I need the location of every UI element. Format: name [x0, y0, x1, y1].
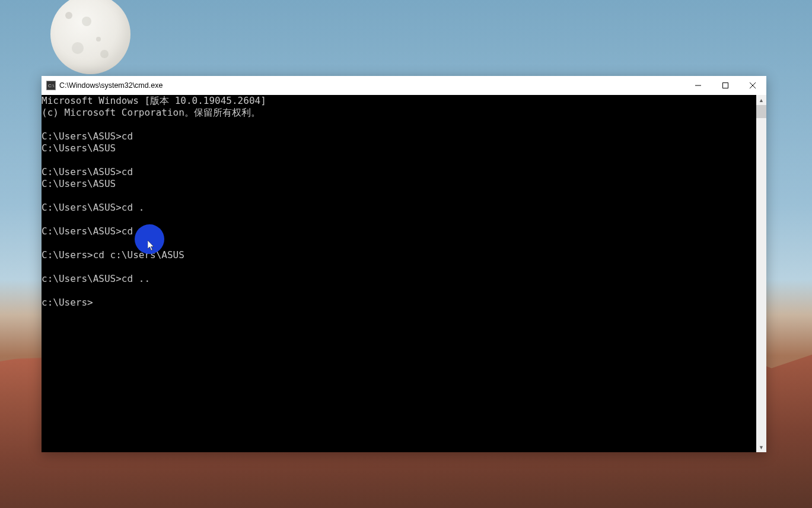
terminal-body: Microsoft Windows [版本 10.0.19045.2604] (…: [42, 95, 766, 452]
cmd-window: C:\ C:\Windows\system32\cmd.exe Microsof…: [42, 76, 766, 452]
close-button[interactable]: [739, 76, 766, 95]
window-controls: [684, 76, 766, 95]
scroll-up-arrow-icon[interactable]: ▲: [756, 95, 766, 105]
cursor-highlight: [135, 224, 164, 254]
vertical-scrollbar[interactable]: ▲ ▼: [756, 95, 766, 452]
maximize-button[interactable]: [712, 76, 739, 95]
titlebar[interactable]: C:\ C:\Windows\system32\cmd.exe: [42, 76, 766, 95]
desktop-moon: [50, 0, 130, 74]
terminal-output[interactable]: Microsoft Windows [版本 10.0.19045.2604] (…: [42, 95, 756, 452]
svg-rect-1: [723, 83, 728, 88]
scroll-down-arrow-icon[interactable]: ▼: [756, 442, 766, 452]
window-title: C:\Windows\system32\cmd.exe: [59, 81, 684, 90]
cmd-icon: C:\: [46, 81, 56, 90]
scroll-thumb[interactable]: [756, 105, 766, 118]
minimize-button[interactable]: [684, 76, 712, 95]
